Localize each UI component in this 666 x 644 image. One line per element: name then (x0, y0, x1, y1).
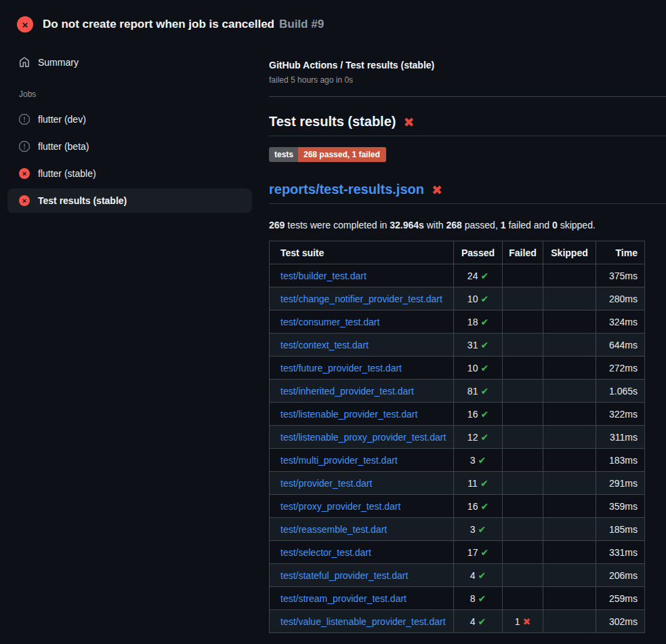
header-time: Time (596, 241, 645, 264)
table-row: test/change_notifier_provider_test.dart1… (270, 287, 645, 310)
suite-link[interactable]: test/stateful_provider_test.dart (280, 570, 408, 581)
time-value: 280ms (609, 294, 638, 304)
time-cell: 185ms (596, 518, 645, 541)
jobs-section-label: Jobs (19, 89, 269, 99)
job-label: Test results (stable) (38, 195, 127, 206)
suite-link[interactable]: test/multi_provider_test.dart (280, 455, 398, 466)
passed-cell: 18✔ (454, 310, 503, 334)
failed-cell (503, 518, 543, 541)
suite-link[interactable]: test/provider_test.dart (280, 478, 372, 489)
passed-count: 3 (470, 524, 476, 535)
time-cell: 375ms (596, 264, 645, 287)
time-value: 185ms (609, 524, 638, 535)
suite-link[interactable]: test/proxy_provider_test.dart (280, 501, 400, 512)
passed-count: 8 (470, 593, 476, 604)
sidebar-item-flutter-beta[interactable]: flutter (beta) (7, 134, 252, 159)
workflow-run-page: × Do not create report when job is cance… (0, 0, 666, 644)
sidebar-item-flutter-stable[interactable]: × flutter (stable) (7, 161, 252, 186)
suite-cell: test/stream_provider_test.dart (270, 587, 454, 610)
suite-cell: test/listenable_proxy_provider_test.dart (270, 426, 454, 449)
skipped-cell (543, 564, 596, 587)
cancelled-icon (19, 141, 30, 152)
passed-cell: 3✔ (454, 518, 503, 541)
summary-text: failed and (506, 220, 553, 230)
skipped-cell (543, 310, 596, 334)
job-label: flutter (dev) (38, 114, 86, 125)
skipped-cell (543, 587, 596, 610)
passed-count: 4 (470, 616, 476, 627)
suite-cell: test/value_listenable_provider_test.dart (270, 610, 454, 633)
suite-link[interactable]: test/stream_provider_test.dart (280, 593, 407, 604)
table-row: test/reassemble_test.dart3✔185ms (270, 518, 645, 541)
run-title: Do not create report when job is cancell… (43, 18, 274, 31)
time-cell: 272ms (596, 357, 645, 380)
job-label: flutter (beta) (38, 141, 89, 152)
time-value: 311ms (610, 432, 638, 443)
failed-cell: 1✖ (503, 610, 543, 633)
suite-link[interactable]: test/consumer_test.dart (280, 317, 379, 327)
time-value: 644ms (609, 340, 638, 350)
suite-link[interactable]: test/context_test.dart (280, 340, 369, 350)
check-icon: ✔ (480, 386, 488, 397)
time-cell: 331ms (596, 541, 645, 564)
section-title-text: Test results (stable) (269, 114, 396, 129)
x-circle-icon: × (19, 195, 30, 206)
sidebar-item-summary[interactable]: Summary (0, 56, 269, 69)
passed-count: 81 (467, 386, 478, 397)
time-value: 375ms (609, 270, 638, 281)
report-file-link[interactable]: reports/test-results.json (269, 182, 424, 197)
skipped-cell (543, 610, 596, 633)
header-passed: Passed (454, 241, 503, 264)
passed-count: 10 (467, 294, 478, 304)
failed-cell (503, 357, 543, 380)
check-icon: ✔ (480, 340, 488, 350)
passed-cell: 11✔ (454, 472, 503, 495)
summary-text: with (424, 220, 446, 230)
table-row: test/multi_provider_test.dart3✔183ms (270, 449, 645, 472)
suite-link[interactable]: test/builder_test.dart (280, 270, 367, 281)
cancelled-icon (19, 114, 30, 125)
passed-cell: 31✔ (454, 334, 503, 357)
suite-link[interactable]: test/listenable_provider_test.dart (280, 409, 417, 420)
time-value: 183ms (609, 455, 638, 466)
table-row: test/inherited_provider_test.dart81✔1.06… (270, 380, 645, 403)
suite-cell: test/context_test.dart (270, 334, 454, 357)
check-icon: ✔ (480, 317, 488, 327)
passed-cell: 16✔ (454, 495, 503, 518)
suite-cell: test/change_notifier_provider_test.dart (270, 287, 454, 310)
time-cell: 322ms (596, 403, 645, 426)
sidebar-item-flutter-dev[interactable]: flutter (dev) (7, 107, 252, 132)
passed-count: 18 (467, 317, 478, 327)
passed-count: 31 (467, 340, 478, 350)
failed-cell (503, 541, 543, 564)
failed-cell (503, 426, 543, 449)
passed-count: 4 (470, 570, 476, 581)
failed-cell (503, 449, 543, 472)
run-header: × Do not create report when job is cance… (0, 0, 666, 38)
breadcrumb: GitHub Actions / Test results (stable) (269, 60, 666, 71)
suite-link[interactable]: test/inherited_provider_test.dart (280, 386, 414, 397)
suite-link[interactable]: test/reassemble_test.dart (280, 524, 387, 535)
skipped-cell (543, 472, 596, 495)
suite-cell: test/consumer_test.dart (270, 310, 454, 334)
failed-cell (503, 310, 543, 334)
suite-link[interactable]: test/future_provider_test.dart (280, 363, 402, 374)
passed-cell: 4✔ (454, 564, 503, 587)
badge-label: tests (269, 147, 298, 162)
section-title: Test results (stable) ✖ (269, 114, 666, 136)
passed-cell: 24✔ (454, 264, 503, 287)
passed-cell: 10✔ (454, 287, 503, 310)
suite-link[interactable]: test/value_listenable_provider_test.dart (280, 616, 446, 627)
failed-cell (503, 472, 543, 495)
table-header-row: Test suite Passed Failed Skipped Time (270, 241, 645, 264)
sidebar-item-test-results-stable[interactable]: × Test results (stable) (7, 188, 252, 213)
failed-cell (503, 403, 543, 426)
summary-number: 269 (269, 220, 285, 230)
suite-link[interactable]: test/selector_test.dart (280, 547, 371, 558)
cross-icon: ✖ (523, 616, 531, 627)
suite-link[interactable]: test/listenable_proxy_provider_test.dart (280, 432, 446, 443)
skipped-cell (543, 403, 596, 426)
job-label: flutter (stable) (38, 168, 96, 179)
report-heading: reports/test-results.json ✖ (269, 182, 666, 204)
suite-link[interactable]: test/change_notifier_provider_test.dart (280, 294, 442, 304)
